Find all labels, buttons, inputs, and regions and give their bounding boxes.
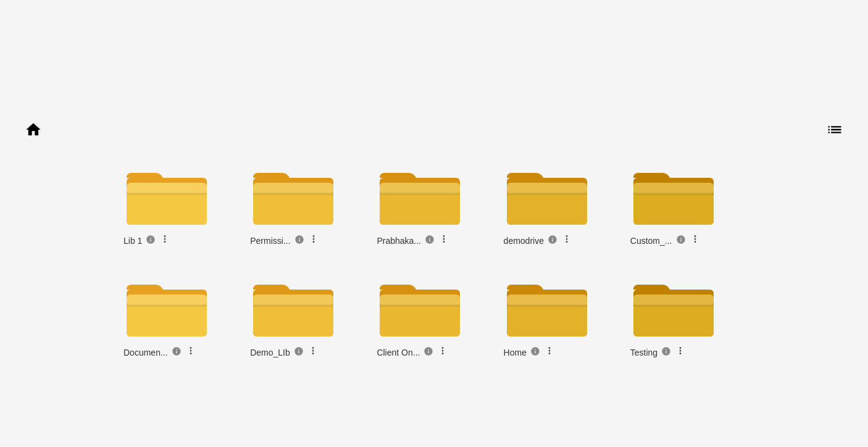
folder-label-row: Prabhaka... — [377, 233, 491, 248]
folder-icon — [250, 161, 336, 228]
svg-rect-30 — [380, 295, 460, 306]
folder-more-icon[interactable] — [308, 233, 319, 248]
folder-item[interactable]: Home — [504, 272, 618, 359]
folder-item[interactable]: Demo_LIb — [250, 272, 364, 359]
svg-rect-39 — [633, 304, 714, 307]
folder-label-row: Permissi... — [250, 233, 364, 248]
folder-icon — [504, 272, 590, 340]
folder-icon — [250, 272, 336, 340]
folder-name: Client On... — [377, 348, 420, 357]
svg-rect-14 — [507, 183, 587, 194]
folder-label-row: Demo_LIb — [250, 345, 364, 359]
folder-name: Home — [504, 348, 527, 357]
svg-rect-2 — [127, 183, 207, 194]
svg-rect-23 — [127, 304, 207, 307]
folder-name: demodrive — [504, 236, 544, 246]
svg-rect-15 — [507, 193, 587, 195]
folder-name: Permissi... — [250, 236, 290, 246]
svg-rect-27 — [253, 304, 333, 307]
list-view-icon[interactable] — [826, 121, 843, 141]
folder-more-icon[interactable] — [561, 233, 572, 248]
folder-info-icon[interactable] — [172, 346, 182, 359]
svg-rect-35 — [507, 304, 587, 307]
svg-rect-34 — [507, 295, 587, 306]
svg-rect-18 — [633, 183, 714, 194]
folder-item[interactable]: Client On... — [377, 272, 491, 359]
folder-icon — [504, 161, 590, 228]
folder-more-icon[interactable] — [544, 345, 555, 359]
folder-label-row: Home — [504, 345, 618, 359]
folder-label-row: Lib 1 — [123, 233, 238, 248]
folder-label-row: Custom_... — [630, 233, 745, 248]
folder-item[interactable]: Custom_... — [630, 161, 745, 248]
svg-rect-38 — [633, 295, 714, 306]
svg-rect-19 — [633, 193, 714, 195]
folder-name: Lib 1 — [123, 236, 142, 246]
svg-rect-3 — [127, 193, 207, 195]
folder-name: Prabhaka... — [377, 236, 421, 246]
svg-rect-22 — [127, 295, 207, 306]
folder-grid: Lib 1 Permissi... Prabhaka... demod — [123, 161, 745, 359]
folder-label-row: demodrive — [504, 233, 618, 248]
folder-info-icon[interactable] — [676, 235, 686, 247]
folder-icon — [630, 272, 717, 340]
folder-icon — [377, 161, 463, 228]
folder-info-icon[interactable] — [294, 346, 304, 359]
folder-more-icon[interactable] — [185, 345, 196, 359]
folder-more-icon[interactable] — [307, 345, 319, 359]
svg-rect-7 — [253, 193, 333, 195]
svg-rect-31 — [380, 304, 460, 307]
folder-icon — [630, 161, 717, 228]
folder-item[interactable]: Permissi... — [250, 161, 364, 248]
toolbar — [0, 111, 868, 151]
folder-name: Custom_... — [630, 236, 672, 246]
folder-label-row: Testing — [630, 345, 745, 359]
svg-rect-26 — [253, 295, 333, 306]
folder-info-icon[interactable] — [530, 346, 540, 359]
home-icon[interactable] — [25, 121, 42, 141]
folder-name: Testing — [630, 348, 657, 357]
folder-more-icon[interactable] — [438, 233, 449, 248]
folder-item[interactable]: Documen... — [123, 272, 238, 359]
folder-item[interactable]: Prabhaka... — [377, 161, 491, 248]
folder-info-icon[interactable] — [425, 235, 435, 247]
folder-item[interactable]: demodrive — [504, 161, 618, 248]
folder-item[interactable]: Testing — [630, 272, 745, 359]
folder-more-icon[interactable] — [437, 345, 448, 359]
svg-rect-10 — [380, 183, 460, 194]
folder-icon — [123, 272, 210, 340]
folder-label-row: Documen... — [123, 345, 238, 359]
folder-icon — [377, 272, 463, 340]
folder-info-icon[interactable] — [424, 346, 433, 359]
folder-more-icon[interactable] — [690, 233, 701, 248]
folder-info-icon[interactable] — [146, 235, 156, 247]
svg-rect-11 — [380, 193, 460, 195]
folder-info-icon[interactable] — [661, 346, 671, 359]
folder-more-icon[interactable] — [675, 345, 686, 359]
folder-info-icon[interactable] — [548, 235, 557, 247]
folder-item[interactable]: Lib 1 — [123, 161, 238, 248]
folder-more-icon[interactable] — [159, 233, 170, 248]
folder-label-row: Client On... — [377, 345, 491, 359]
svg-rect-6 — [253, 183, 333, 194]
folder-name: Documen... — [123, 348, 168, 357]
folder-icon — [123, 161, 210, 228]
folder-name: Demo_LIb — [250, 348, 290, 357]
folder-info-icon[interactable] — [294, 235, 304, 247]
